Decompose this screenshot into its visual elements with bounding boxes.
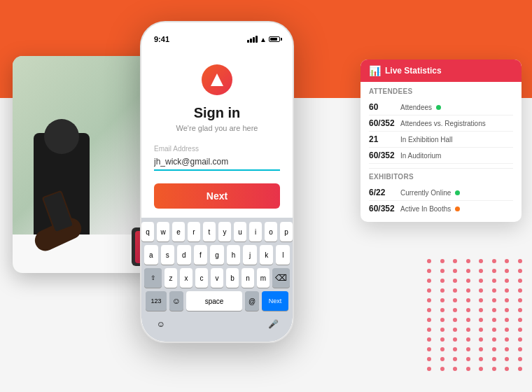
online-num: 6/22 (369, 188, 400, 197)
signal-icon (247, 36, 258, 43)
key-t[interactable]: t (203, 222, 216, 241)
key-r[interactable]: r (188, 222, 200, 241)
key-c[interactable]: c (195, 268, 208, 288)
stats-row-auditorium: 60/352 In Auditorium (369, 148, 513, 164)
phone-time: 9:41 (154, 35, 169, 43)
stats-row-attendees-count: 60 Attendees (369, 99, 513, 115)
keyboard-bottom-row: ☺ 🎤 (144, 314, 290, 334)
key-l[interactable]: l (276, 245, 290, 265)
auditorium-label: In Auditorium (400, 152, 513, 160)
phone-mockup: 9:41 ▲ Sign in We're glad you are here E… (140, 21, 294, 343)
key-z[interactable]: z (164, 268, 177, 288)
mic-key[interactable]: 🎤 (263, 314, 283, 334)
stats-divider (369, 168, 513, 169)
sign-in-title: Sign in (194, 105, 241, 121)
delete-key[interactable]: ⌫ (272, 268, 290, 288)
stats-header: 📊 Live Statistics (360, 59, 522, 82)
phone-content-area: Sign in We're glad you are here Email Ad… (141, 50, 293, 342)
key-u[interactable]: u (234, 222, 246, 241)
wifi-icon: ▲ (260, 36, 267, 43)
keyboard-row-1: q w e r t y u i o p (144, 222, 290, 241)
stats-row-attendees-vs-reg: 60/352 Attendees vs. Registrations (369, 115, 513, 132)
key-n[interactable]: n (241, 268, 254, 288)
online-label: Currently Online (400, 189, 513, 197)
battery-icon (269, 36, 280, 42)
booths-dot (455, 206, 460, 211)
key-h[interactable]: h (227, 245, 241, 265)
attendees-dot (436, 105, 441, 110)
key-m[interactable]: m (257, 268, 270, 288)
phone-notch (192, 22, 241, 36)
emoji-key[interactable]: ☺ (169, 291, 183, 311)
attendees-section-title: Attendees (369, 88, 513, 95)
key-i[interactable]: i (249, 222, 262, 241)
key-y[interactable]: y (218, 222, 231, 241)
key-b[interactable]: b (226, 268, 239, 288)
attendees-vs-reg-num: 60/352 (369, 118, 400, 128)
live-statistics-panel: 📊 Live Statistics Attendees 60 Attendees… (360, 59, 522, 222)
key-q[interactable]: q (141, 222, 154, 241)
key-a[interactable]: a (144, 245, 158, 265)
auditorium-num: 60/352 (369, 150, 400, 160)
key-j[interactable]: j (243, 245, 257, 265)
at-key[interactable]: @ (245, 291, 259, 311)
stats-row-online: 6/22 Currently Online (369, 185, 513, 201)
exhibition-num: 21 (369, 134, 400, 144)
space-key[interactable]: space (186, 291, 242, 311)
key-e[interactable]: e (172, 222, 185, 241)
attendees-count: 60 (369, 102, 400, 112)
key-w[interactable]: w (157, 222, 169, 241)
keyboard-row-3: ⇧ z x c v b n m ⌫ (144, 268, 290, 288)
exhibition-label: In Exhibition Hall (400, 136, 513, 144)
keyboard-next-key[interactable]: Next (262, 291, 288, 311)
email-label: Email Address (154, 145, 199, 153)
key-x[interactable]: x (180, 268, 192, 288)
stats-row-booths: 60/352 Active In Booths (369, 201, 513, 216)
keyboard: q w e r t y u i o p a s d f g h j k l (141, 218, 293, 342)
chart-icon: 📊 (369, 65, 381, 76)
key-s[interactable]: s (161, 245, 175, 265)
status-bar: 9:41 ▲ (141, 22, 293, 50)
app-logo (202, 64, 232, 95)
attendees-vs-reg-label: Attendees vs. Registrations (400, 120, 513, 127)
key-f[interactable]: f (194, 245, 208, 265)
shift-key[interactable]: ⇧ (144, 268, 162, 288)
stats-title: Live Statistics (385, 66, 442, 76)
booths-num: 60/352 (369, 204, 400, 214)
online-dot (455, 190, 460, 195)
number-key[interactable]: 123 (146, 291, 167, 311)
emoji-bottom-key[interactable]: ☺ (151, 314, 171, 334)
dot-pattern-decoration (420, 252, 532, 392)
status-icons: ▲ (247, 36, 280, 43)
next-button[interactable]: Next (154, 183, 280, 209)
stats-row-exhibition: 21 In Exhibition Hall (369, 132, 513, 148)
attendees-label: Attendees (400, 104, 513, 111)
exhibitors-section-title: Exhibitors (369, 173, 513, 181)
key-g[interactable]: g (210, 245, 224, 265)
key-k[interactable]: k (260, 245, 274, 265)
booths-label: Active In Booths (400, 205, 513, 213)
stats-body: Attendees 60 Attendees 60/352 Attendees … (360, 82, 522, 222)
keyboard-row-2: a s d f g h j k l (144, 245, 290, 265)
email-input[interactable] (154, 154, 280, 171)
sign-in-subtitle: We're glad you are here (176, 124, 258, 132)
keyboard-row-4: 123 ☺ space @ Next (144, 291, 290, 311)
key-o[interactable]: o (265, 222, 277, 241)
key-d[interactable]: d (177, 245, 191, 265)
key-p[interactable]: p (280, 222, 293, 241)
key-v[interactable]: v (211, 268, 223, 288)
